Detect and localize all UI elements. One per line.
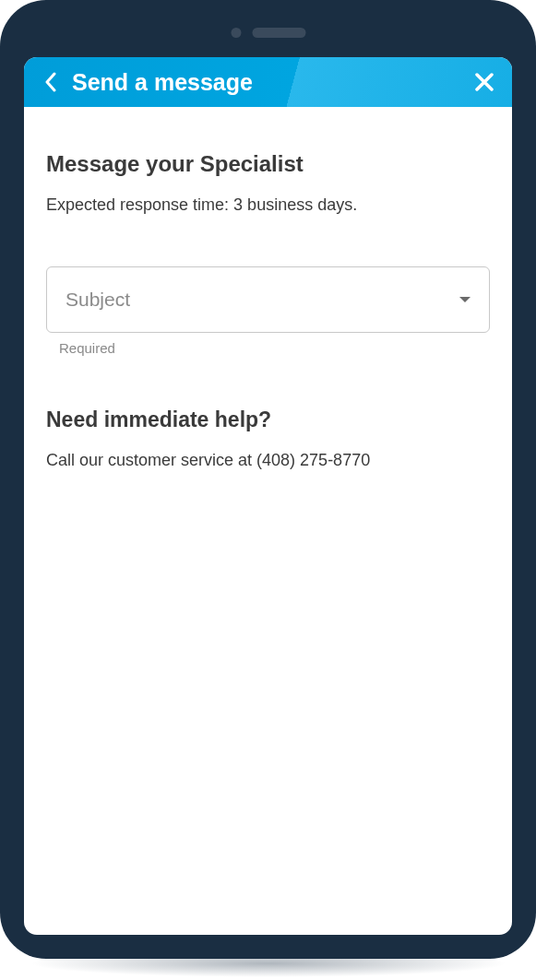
page-heading: Message your Specialist: [46, 151, 490, 177]
help-text: Call our customer service at (408) 275-8…: [46, 451, 490, 470]
required-label: Required: [46, 340, 490, 356]
chevron-down-icon: [459, 297, 470, 302]
header-title: Send a message: [72, 69, 471, 96]
subject-placeholder: Subject: [66, 289, 130, 311]
subject-select[interactable]: Subject: [46, 266, 490, 333]
speaker-dot: [231, 28, 241, 38]
back-icon[interactable]: [39, 71, 61, 93]
help-heading: Need immediate help?: [46, 407, 490, 432]
subject-select-container: Subject: [46, 266, 490, 333]
speaker-bar: [252, 28, 305, 38]
phone-speaker: [231, 28, 305, 38]
phone-frame: Send a message Message your Specialist E…: [0, 0, 536, 959]
screen: Send a message Message your Specialist E…: [24, 57, 512, 935]
content-area: Message your Specialist Expected respons…: [24, 107, 512, 492]
response-time-text: Expected response time: 3 business days.: [46, 195, 490, 215]
header-bar: Send a message: [24, 57, 512, 107]
close-icon[interactable]: [471, 69, 497, 95]
